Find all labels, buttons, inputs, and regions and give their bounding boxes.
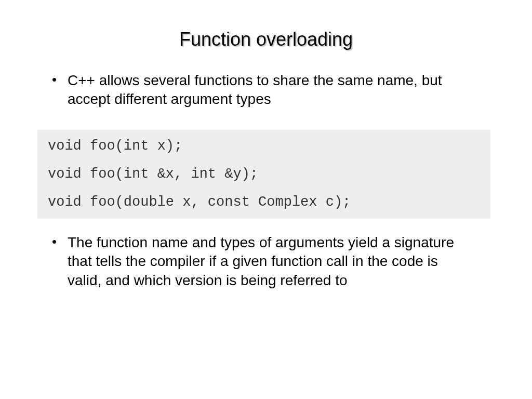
slide: Function overloading C++ allows several … (0, 0, 532, 399)
bullet-item: C++ allows several functions to share th… (68, 71, 501, 109)
code-block: void foo(int x); void foo(int &x, int &y… (37, 130, 490, 219)
bullet-list-top: C++ allows several functions to share th… (31, 71, 501, 109)
slide-title: Function overloading (31, 29, 501, 50)
bullet-list-bottom: The function name and types of arguments… (31, 233, 501, 290)
bullet-item: The function name and types of arguments… (68, 233, 501, 290)
